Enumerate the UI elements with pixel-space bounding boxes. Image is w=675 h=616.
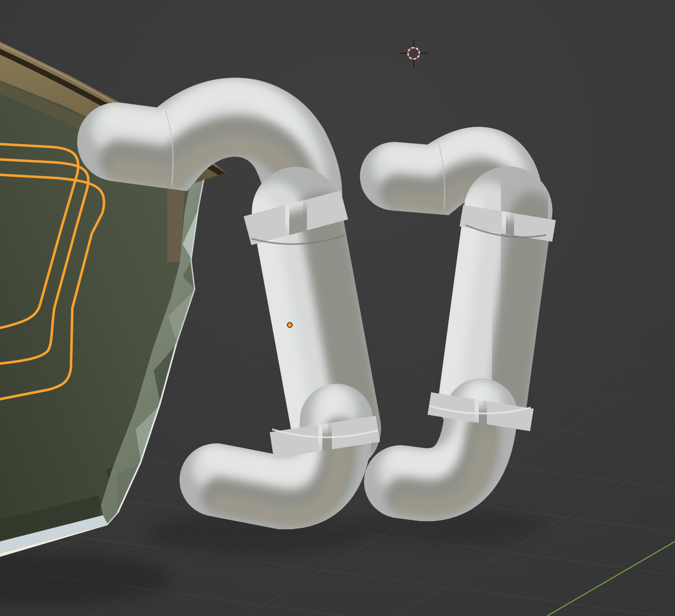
pipe-large-collar-top[interactable]	[290, 197, 302, 240]
viewport-3d[interactable]	[0, 0, 675, 616]
pipe-shading-layer	[481, 409, 485, 431]
pipe-shading-layer	[325, 432, 329, 458]
pipe-shading-layer	[294, 211, 302, 240]
viewport-canvas[interactable]	[0, 0, 675, 616]
pipe-shading-layer	[508, 220, 512, 242]
object-origin-dot[interactable]	[288, 323, 293, 328]
